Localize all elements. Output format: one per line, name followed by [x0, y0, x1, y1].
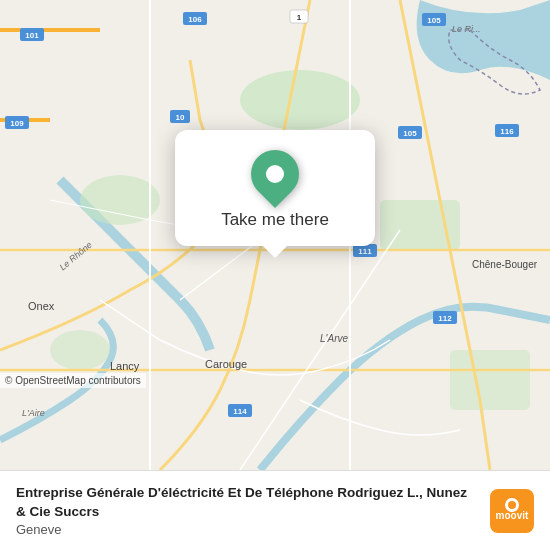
svg-text:L'Arve: L'Arve [320, 333, 348, 344]
svg-text:114: 114 [233, 407, 247, 416]
moovit-logo: moovit [490, 489, 534, 533]
svg-text:Onex: Onex [28, 300, 55, 312]
moovit-icon-svg: moovit [490, 489, 534, 533]
svg-text:109: 109 [10, 119, 24, 128]
svg-point-2 [80, 175, 160, 225]
svg-text:Carouge: Carouge [205, 358, 247, 370]
location-pin-inner [266, 165, 284, 183]
svg-text:111: 111 [358, 247, 372, 256]
svg-text:101: 101 [25, 31, 39, 40]
svg-text:106: 106 [188, 15, 202, 24]
take-me-there-button[interactable]: Take me there [221, 210, 329, 230]
info-text: Entreprise Générale D'éléctricité Et De … [16, 484, 478, 537]
popup-card: Take me there [175, 130, 375, 246]
svg-text:116: 116 [500, 127, 514, 136]
svg-text:L'Aire: L'Aire [22, 408, 45, 418]
osm-attribution: © OpenStreetMap contributors [0, 373, 146, 388]
svg-text:105: 105 [427, 16, 441, 25]
svg-text:112: 112 [438, 314, 452, 323]
svg-point-45 [508, 501, 516, 509]
svg-text:Le Ri...: Le Ri... [452, 24, 481, 34]
svg-text:Lancy: Lancy [110, 360, 140, 372]
svg-text:Chêne-Bouger: Chêne-Bouger [472, 259, 538, 270]
location-pin [241, 140, 309, 208]
svg-rect-5 [450, 350, 530, 410]
svg-point-1 [240, 70, 360, 130]
svg-text:105: 105 [403, 129, 417, 138]
svg-text:1: 1 [297, 13, 302, 22]
info-title: Entreprise Générale D'éléctricité Et De … [16, 484, 478, 522]
svg-text:10: 10 [176, 113, 185, 122]
svg-point-4 [50, 330, 110, 370]
map-container: 101 106 1 105 109 10 105 116 111 112 114 [0, 0, 550, 470]
info-panel: Entreprise Générale D'éléctricité Et De … [0, 470, 550, 550]
info-subtitle: Geneve [16, 522, 478, 537]
